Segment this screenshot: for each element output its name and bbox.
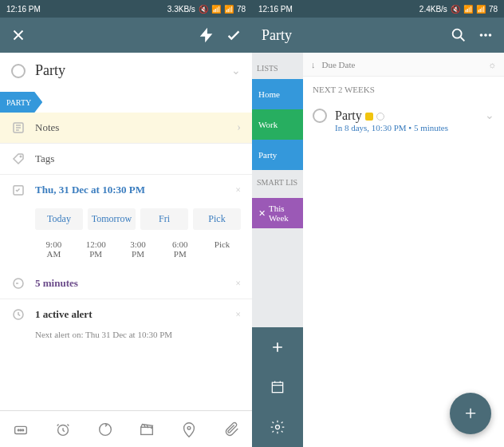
svg-point-12 — [187, 426, 191, 429]
sidebar: LISTS Home Work Party SMART LIS ✕This We… — [252, 53, 303, 447]
task-row[interactable]: Party In 8 days, 10:30 PM • 5 minutes ⌄ — [303, 102, 504, 139]
svg-rect-5 — [15, 426, 27, 433]
svg-point-15 — [484, 34, 487, 37]
bolt-icon[interactable] — [198, 26, 215, 44]
list-tab[interactable]: PARTY — [0, 89, 252, 113]
time-chips: 9:00AM 12:00PM 3:00PM 6:00PM Pick — [0, 236, 252, 268]
svg-point-6 — [18, 429, 20, 431]
clapper-icon[interactable] — [138, 421, 156, 438]
chevron-down-icon[interactable]: ⌄ — [231, 64, 241, 77]
alert-icon — [11, 307, 26, 322]
sidebar-item-thisweek[interactable]: ✕This Week — [252, 198, 303, 228]
time-3pm[interactable]: 3:00PM — [120, 239, 157, 259]
alert-subtext: Next alert on: Thu 31 Dec at 10:30 PM — [0, 330, 252, 347]
complete-checkbox[interactable] — [313, 109, 327, 123]
due-date-row[interactable]: Thu, 31 Dec at 10:30 PM × — [0, 175, 252, 205]
chip-fri[interactable]: Fri — [140, 208, 188, 230]
sidebar-item-party[interactable]: Party — [252, 140, 303, 170]
more-icon[interactable] — [12, 421, 30, 438]
battery-icon: 78 — [237, 5, 246, 14]
clear-alert-icon[interactable]: × — [235, 309, 241, 321]
appbar — [0, 18, 252, 53]
chevron-right-icon: › — [237, 121, 241, 134]
mute-icon: 🔇 — [199, 5, 208, 14]
time-12pm[interactable]: 12:00PM — [77, 239, 115, 259]
svg-point-7 — [20, 429, 22, 431]
main-content: ↓ Due Date ☼ NEXT 2 WEEKS Party In 8 day… — [303, 53, 504, 447]
task-title-input[interactable]: Party — [35, 62, 222, 79]
svg-point-1 — [20, 156, 22, 157]
date-chips: Today Tomorrow Fri Pick — [0, 205, 252, 236]
clear-snooze-icon[interactable]: × — [235, 278, 241, 290]
snooze-row[interactable]: 5 minutes × — [0, 268, 252, 299]
bottom-bar — [0, 410, 252, 447]
snooze-icon — [11, 276, 26, 291]
location-icon[interactable] — [180, 421, 198, 438]
status-bar: 12:16 PM 3.3KB/s 🔇 📶 📶 78 — [0, 0, 252, 18]
complete-checkbox[interactable] — [11, 64, 26, 78]
calendar-icon[interactable] — [252, 367, 303, 407]
status-time: 12:16 PM — [258, 5, 293, 14]
status-net: 3.3KB/s — [167, 5, 195, 14]
confirm-icon[interactable] — [225, 26, 242, 44]
status-net: 2.4KB/s — [419, 5, 447, 14]
chip-tomorrow[interactable]: Tomorrow — [88, 208, 136, 230]
notes-row[interactable]: Notes › — [0, 113, 252, 144]
svg-point-14 — [480, 34, 483, 37]
close-icon[interactable] — [10, 26, 27, 44]
svg-point-18 — [276, 425, 280, 429]
tag-icon — [11, 152, 26, 166]
sidebar-item-home[interactable]: Home — [252, 79, 303, 109]
sidebar-item-work[interactable]: Work — [252, 109, 303, 140]
search-icon[interactable] — [450, 26, 467, 44]
add-list-icon[interactable] — [252, 327, 303, 367]
phone-list-view: 12:16 PM 2.4KB/s 🔇 📶 📶 78 Party LISTS Ho… — [252, 0, 504, 447]
clear-date-icon[interactable]: × — [235, 184, 241, 196]
star-badge-icon — [365, 113, 373, 121]
appbar: Party — [252, 18, 504, 53]
signal-icon: 📶 — [463, 5, 473, 14]
calendar-check-icon — [11, 183, 26, 197]
more-menu-icon[interactable] — [477, 26, 494, 44]
repeat-icon[interactable] — [96, 421, 114, 438]
wifi-icon: 📶 — [224, 5, 234, 14]
svg-rect-17 — [272, 382, 282, 393]
time-pick[interactable]: Pick — [203, 239, 241, 259]
attach-icon[interactable] — [222, 421, 240, 438]
sort-bar[interactable]: ↓ Due Date ☼ — [303, 53, 504, 77]
sidebar-header-lists: LISTS — [252, 53, 303, 79]
phone-edit-task: 12:16 PM 3.3KB/s 🔇 📶 📶 78 Party ⌄ PARTY … — [0, 0, 252, 447]
notes-icon — [11, 121, 26, 135]
theme-icon[interactable]: ☼ — [488, 60, 496, 69]
time-6pm[interactable]: 6:00PM — [161, 239, 199, 259]
status-bar: 12:16 PM 2.4KB/s 🔇 📶 📶 78 — [252, 0, 504, 18]
add-task-fab[interactable]: + — [450, 393, 491, 434]
alert-row[interactable]: 1 active alert × — [0, 299, 252, 330]
svg-point-13 — [453, 30, 462, 38]
chevron-down-icon[interactable]: ⌄ — [485, 109, 494, 133]
svg-point-8 — [22, 429, 24, 431]
task-name: Party — [335, 109, 362, 122]
battery-icon: 78 — [489, 5, 498, 14]
task-subtitle: In 8 days, 10:30 PM • 5 minutes — [335, 123, 477, 133]
mute-icon: 🔇 — [451, 5, 460, 14]
tags-row[interactable]: Tags — [0, 144, 252, 175]
task-title-row[interactable]: Party ⌄ — [0, 53, 252, 89]
settings-icon[interactable] — [252, 407, 303, 447]
chip-today[interactable]: Today — [35, 208, 83, 230]
status-time: 12:16 PM — [6, 5, 41, 14]
reminder-badge-icon — [376, 113, 384, 121]
svg-point-10 — [99, 423, 111, 435]
time-9am[interactable]: 9:00AM — [35, 239, 73, 259]
sort-arrow-icon: ↓ — [311, 60, 316, 69]
sidebar-header-smart: SMART LIS — [252, 170, 303, 193]
reminder-icon[interactable] — [54, 421, 72, 438]
signal-icon: 📶 — [211, 5, 221, 14]
wifi-icon: 📶 — [476, 5, 486, 14]
page-title: Party — [262, 27, 440, 44]
svg-point-16 — [489, 34, 492, 37]
section-header: NEXT 2 WEEKS — [303, 77, 504, 102]
chip-pick[interactable]: Pick — [193, 208, 241, 230]
sort-label: Due Date — [322, 60, 356, 69]
